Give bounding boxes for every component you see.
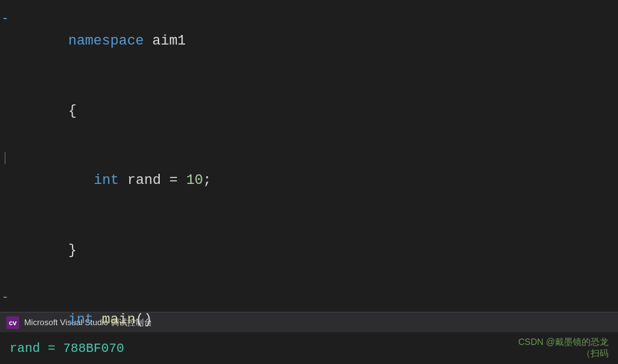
line-content-3: int rand = 10;	[11, 147, 211, 214]
line-content-1: namespace aim1	[11, 8, 186, 75]
code-line-4: }	[0, 216, 618, 286]
line-content-4: }	[11, 217, 76, 284]
keyword-namespace: namespace	[68, 33, 152, 49]
line-content-2: {	[11, 78, 76, 145]
code-line-2: {	[0, 76, 618, 146]
line-content-6: {	[11, 356, 76, 364]
gutter-pipe-3: |	[0, 148, 11, 169]
code-line-6: {	[0, 355, 618, 364]
keyword-int-1: int	[94, 172, 127, 188]
code-editor: - namespace aim1 { | int rand = 10; } -	[0, 0, 618, 312]
gutter-minus-1: -	[0, 9, 11, 29]
code-line-5: - int main()	[0, 285, 618, 355]
code-line-1: - namespace aim1	[0, 6, 618, 76]
keyword-int-2: int	[68, 312, 102, 328]
line-content-5: int main()	[11, 286, 152, 354]
code-line-3: | int rand = 10;	[0, 146, 618, 216]
namespace-name: aim1	[152, 33, 186, 49]
gutter-minus-5: -	[0, 288, 11, 308]
func-main: main	[102, 312, 136, 328]
